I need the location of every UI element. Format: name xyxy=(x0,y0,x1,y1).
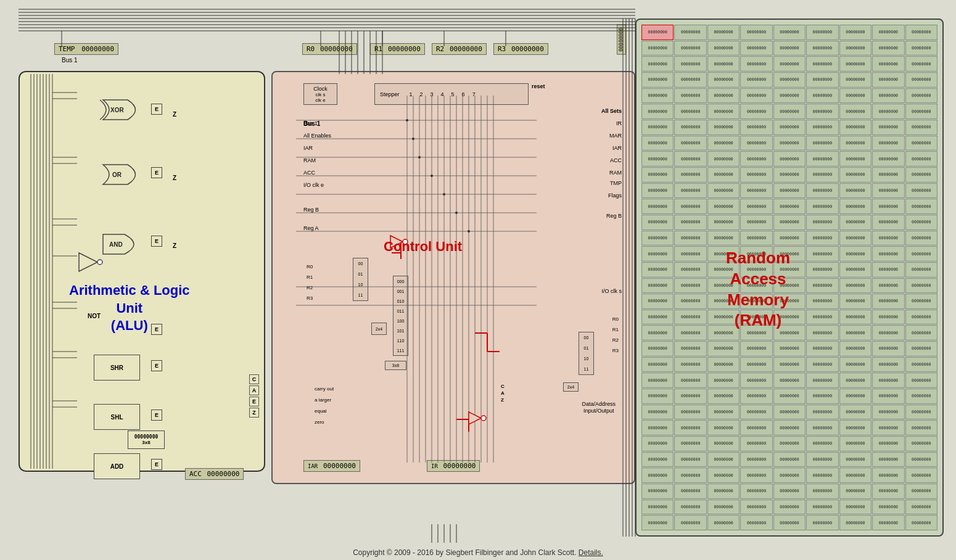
ram-cell: 00000000 xyxy=(740,484,772,499)
ram-cell: 00000000 xyxy=(905,151,937,167)
ram-cell: 00000000 xyxy=(872,341,904,356)
ram-cell: 00000000 xyxy=(773,452,806,467)
cu-reg-b: Reg B xyxy=(303,207,319,213)
ram-cell: 00000000 xyxy=(839,56,872,72)
ram-cell: 00000000 xyxy=(872,294,904,309)
ram-cell: 00000000 xyxy=(740,56,772,72)
ram-cell: 00000000 xyxy=(674,88,706,104)
ram-cell: 00000000 xyxy=(806,262,838,278)
cu-flags-right: Flags xyxy=(608,192,622,199)
cu-ram-label: RAM xyxy=(303,157,316,163)
ram-cell: 00000000 xyxy=(641,120,674,135)
bus1-label: Bus 1 xyxy=(62,57,78,64)
ram-cell: 00000000 xyxy=(674,215,706,230)
add-gate: ADD xyxy=(94,453,140,479)
ram-cell: 00000000 xyxy=(641,41,674,56)
ram-cell: 00000000 xyxy=(806,246,838,261)
ram-cell: 00000000 xyxy=(872,325,904,340)
cu-bus1: Bus 1 xyxy=(303,120,318,126)
ram-cell: 00000000 xyxy=(806,452,838,467)
ram-cell: 00000000 xyxy=(839,231,872,246)
ram-cell: 00000000 xyxy=(806,41,838,56)
r1-register: R1 00000000 xyxy=(370,43,425,55)
ram-cell: 00000000 xyxy=(641,389,674,404)
r3-register: R3 00000000 xyxy=(493,43,548,55)
cu-zero: zero xyxy=(315,419,324,425)
ram-cell: 00000000 xyxy=(740,357,772,373)
ram-cell: 00000000 xyxy=(839,120,872,135)
ram-cell: 00000000 xyxy=(773,72,806,88)
ram-cell: 00000000 xyxy=(806,72,838,88)
cu-io-clk-e: I/O clk e xyxy=(303,182,324,188)
ram-cell: 00000000 xyxy=(905,405,937,420)
enable-shr: E xyxy=(151,360,162,371)
z-label-and: Z xyxy=(173,242,176,249)
ram-cell: 00000000 xyxy=(905,294,937,309)
ram-cell: 00000000 xyxy=(806,405,838,420)
ram-cell: 00000000 xyxy=(839,484,872,499)
ram-cell: 00000000 xyxy=(839,452,872,467)
ram-label: Random Access Memory (RAM) xyxy=(726,248,790,331)
ram-cell: 00000000 xyxy=(839,420,872,435)
ram-cell: 00000000 xyxy=(707,151,740,167)
cu-acc-label: ACC xyxy=(303,170,315,176)
ram-cell: 00000000 xyxy=(839,72,872,88)
ram-cell: 00000000 xyxy=(641,420,674,435)
ram-cell: 00000000 xyxy=(773,357,806,373)
ram-cell: 00000000 xyxy=(740,405,772,420)
ram-cell: 00000000 xyxy=(773,500,806,515)
ram-cell: 00000000 xyxy=(872,231,904,246)
ram-cell: 00000000 xyxy=(707,231,740,246)
ram-cell: 00000000 xyxy=(839,41,872,56)
cu-iar-display: IAR 00000000 xyxy=(303,460,360,472)
cu-decoder-right: 00011011 xyxy=(579,332,594,375)
ram-cell: 00000000 xyxy=(806,167,838,183)
ram-cell: 00000000 xyxy=(806,278,838,294)
ram-cell: 00000000 xyxy=(839,199,872,214)
or-gate: OR xyxy=(97,162,143,187)
ram-cell: 00000000 xyxy=(740,120,772,135)
enable-xor: E xyxy=(151,104,162,115)
enable-or: E xyxy=(151,167,162,178)
ram-cell: 00000000 xyxy=(641,72,674,88)
enable-add: E xyxy=(151,459,162,470)
ram-cell: 00000000 xyxy=(806,500,838,515)
ram-cell: 00000000 xyxy=(839,436,872,451)
ram-cell: 00000000 xyxy=(707,357,740,373)
ram-section: Random Access Memory (RAM) 0000000000000… xyxy=(635,19,944,537)
ram-cell: 00000000 xyxy=(773,373,806,388)
ram-cell: 00000000 xyxy=(806,231,838,246)
ram-cell: 00000000 xyxy=(905,341,937,356)
ram-cell: 00000000 xyxy=(905,120,937,135)
ram-cell: 00000000 xyxy=(905,389,937,404)
ram-cell: 00000000 xyxy=(839,278,872,294)
main-container: TEMP 00000000 Bus 1 R0 00000000 R1 00000… xyxy=(0,0,956,560)
ram-cell: 00000000 xyxy=(872,151,904,167)
ram-cell: 00000000 xyxy=(641,183,674,199)
ram-cell: 00000000 xyxy=(674,500,706,515)
z-label-or: Z xyxy=(173,175,176,181)
ram-cell: 00000000 xyxy=(773,167,806,183)
ram-cell: 00000000 xyxy=(740,467,772,483)
ram-cell: 00000000 xyxy=(905,278,937,294)
cu-ir-right: IR xyxy=(616,120,622,126)
ram-cell: 00000000 xyxy=(872,515,904,530)
ram-cell: 00000000 xyxy=(674,452,706,467)
shl-gate: SHL xyxy=(94,404,140,430)
acc-register: ACC 00000000 xyxy=(185,468,244,480)
ram-cell: 00000000 xyxy=(674,262,706,278)
ram-cell: 00000000 xyxy=(872,120,904,135)
cu-3x8-label: 3x8 xyxy=(385,361,406,370)
ram-cell: 00000000 xyxy=(839,389,872,404)
ram-cell: 00000000 xyxy=(740,104,772,119)
ram-cell: 00000000 xyxy=(839,88,872,104)
temp-register: TEMP 00000000 xyxy=(54,43,118,55)
ram-cell: 00000000 xyxy=(674,341,706,356)
ram-cell: 00000000 xyxy=(905,199,937,214)
ram-cell: 00000000 xyxy=(839,25,872,40)
ram-cell: 00000000 xyxy=(839,373,872,388)
cu-label: Control Unit xyxy=(384,239,462,255)
details-link[interactable]: Details. xyxy=(579,548,603,557)
cu-mar-right: MAR xyxy=(609,133,622,139)
ram-cell: 00000000 xyxy=(740,373,772,388)
